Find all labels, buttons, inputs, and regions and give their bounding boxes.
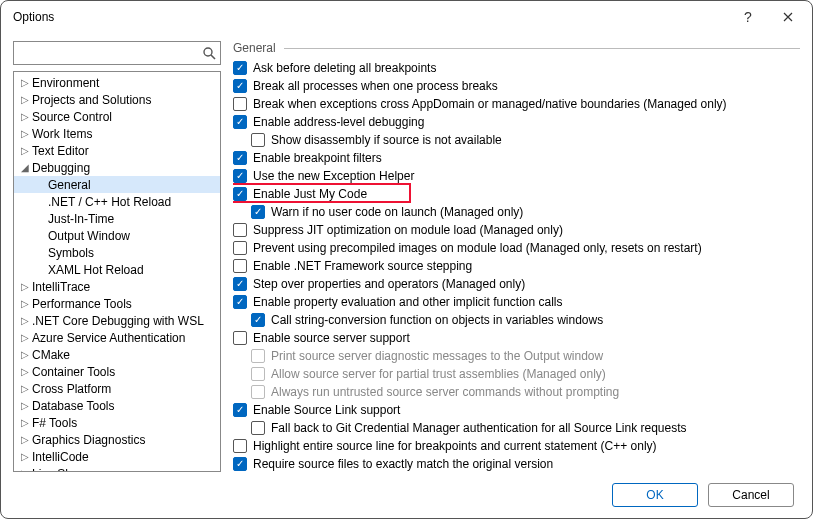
checkbox[interactable] bbox=[233, 331, 247, 345]
tree-item[interactable]: ▷CMake bbox=[14, 346, 220, 363]
tree-item-label: Symbols bbox=[48, 246, 94, 260]
checkbox[interactable] bbox=[251, 133, 265, 147]
setting-label: Enable .NET Framework source stepping bbox=[253, 259, 472, 273]
checkbox[interactable] bbox=[233, 79, 247, 93]
setting-row: Fall back to Git Credential Manager auth… bbox=[233, 419, 796, 437]
search-box[interactable] bbox=[13, 41, 221, 65]
tree-item-label: Just-In-Time bbox=[48, 212, 114, 226]
tree-item[interactable]: ▷Cross Platform bbox=[14, 380, 220, 397]
checkbox[interactable] bbox=[233, 457, 247, 471]
chevron-right-icon: ▷ bbox=[18, 349, 32, 360]
tree-item[interactable]: XAML Hot Reload bbox=[14, 261, 220, 278]
setting-row: Prevent using precompiled images on modu… bbox=[233, 239, 796, 257]
tree-item[interactable]: ▷Live Share bbox=[14, 465, 220, 472]
setting-label: Enable Just My Code bbox=[253, 187, 367, 201]
tree-item[interactable]: ▷Work Items bbox=[14, 125, 220, 142]
setting-label: Break when exceptions cross AppDomain or… bbox=[253, 97, 727, 111]
tree-item[interactable]: ▷Environment bbox=[14, 74, 220, 91]
checkbox[interactable] bbox=[233, 151, 247, 165]
setting-label: Warn if no user code on launch (Managed … bbox=[271, 205, 523, 219]
checkbox[interactable] bbox=[233, 97, 247, 111]
chevron-right-icon: ▷ bbox=[18, 366, 32, 377]
checkbox[interactable] bbox=[233, 295, 247, 309]
checkbox[interactable] bbox=[233, 169, 247, 183]
tree-item-label: IntelliTrace bbox=[32, 280, 90, 294]
checkbox[interactable] bbox=[233, 61, 247, 75]
help-button[interactable]: ? bbox=[728, 3, 768, 31]
checkbox[interactable] bbox=[233, 241, 247, 255]
chevron-right-icon: ▷ bbox=[18, 281, 32, 292]
setting-label: Step over properties and operators (Mana… bbox=[253, 277, 525, 291]
tree-item[interactable]: ▷Database Tools bbox=[14, 397, 220, 414]
setting-row: Enable Just My Code bbox=[233, 185, 796, 203]
checkbox[interactable] bbox=[233, 403, 247, 417]
checkbox bbox=[251, 385, 265, 399]
setting-label: Enable address-level debugging bbox=[253, 115, 424, 129]
chevron-right-icon: ▷ bbox=[18, 94, 32, 105]
tree-item[interactable]: Output Window bbox=[14, 227, 220, 244]
setting-row: Enable source server support bbox=[233, 329, 796, 347]
setting-label: Show disassembly if source is not availa… bbox=[271, 133, 502, 147]
setting-label: Enable breakpoint filters bbox=[253, 151, 382, 165]
tree-item-label: CMake bbox=[32, 348, 70, 362]
settings-list[interactable]: Ask before deleting all breakpointsBreak… bbox=[233, 59, 800, 472]
setting-row: Always run untrusted source server comma… bbox=[233, 383, 796, 401]
tree-item-label: Output Window bbox=[48, 229, 130, 243]
checkbox[interactable] bbox=[233, 277, 247, 291]
category-tree[interactable]: ▷Environment▷Projects and Solutions▷Sour… bbox=[13, 71, 221, 472]
tree-item[interactable]: ▷Projects and Solutions bbox=[14, 91, 220, 108]
tree-item[interactable]: ▷IntelliCode bbox=[14, 448, 220, 465]
tree-item[interactable]: Just-In-Time bbox=[14, 210, 220, 227]
tree-item[interactable]: ▷IntelliTrace bbox=[14, 278, 220, 295]
tree-item[interactable]: .NET / C++ Hot Reload bbox=[14, 193, 220, 210]
tree-item[interactable]: ▷F# Tools bbox=[14, 414, 220, 431]
setting-row: Require source files to exactly match th… bbox=[233, 455, 796, 472]
tree-item[interactable]: ▷Azure Service Authentication bbox=[14, 329, 220, 346]
cancel-button[interactable]: Cancel bbox=[708, 483, 794, 507]
setting-row: Enable Source Link support bbox=[233, 401, 796, 419]
tree-item[interactable]: Symbols bbox=[14, 244, 220, 261]
setting-label: Use the new Exception Helper bbox=[253, 169, 414, 183]
close-icon bbox=[783, 12, 793, 22]
setting-label: Highlight entire source line for breakpo… bbox=[253, 439, 657, 453]
checkbox[interactable] bbox=[251, 205, 265, 219]
chevron-right-icon: ▷ bbox=[18, 111, 32, 122]
tree-item[interactable]: ▷Performance Tools bbox=[14, 295, 220, 312]
tree-item-label: Text Editor bbox=[32, 144, 89, 158]
tree-item[interactable]: ▷Source Control bbox=[14, 108, 220, 125]
tree-item[interactable]: ▷Container Tools bbox=[14, 363, 220, 380]
dialog-footer: OK Cancel bbox=[1, 472, 812, 518]
checkbox[interactable] bbox=[251, 421, 265, 435]
setting-label: Always run untrusted source server comma… bbox=[271, 385, 619, 399]
setting-row: Allow source server for partial trust as… bbox=[233, 365, 796, 383]
checkbox[interactable] bbox=[251, 313, 265, 327]
setting-label: Suppress JIT optimization on module load… bbox=[253, 223, 563, 237]
tree-item-label: Container Tools bbox=[32, 365, 115, 379]
checkbox[interactable] bbox=[233, 439, 247, 453]
chevron-right-icon: ▷ bbox=[18, 77, 32, 88]
setting-row: Show disassembly if source is not availa… bbox=[233, 131, 796, 149]
tree-item[interactable]: General bbox=[14, 176, 220, 193]
chevron-right-icon: ▷ bbox=[18, 298, 32, 309]
ok-button[interactable]: OK bbox=[612, 483, 698, 507]
tree-item-label: XAML Hot Reload bbox=[48, 263, 144, 277]
setting-label: Allow source server for partial trust as… bbox=[271, 367, 606, 381]
search-input[interactable] bbox=[18, 45, 202, 61]
chevron-down-icon: ◢ bbox=[18, 162, 32, 173]
checkbox[interactable] bbox=[233, 223, 247, 237]
window-title: Options bbox=[13, 10, 728, 24]
checkbox[interactable] bbox=[233, 187, 247, 201]
titlebar: Options ? bbox=[1, 1, 812, 33]
setting-row: Enable property evaluation and other imp… bbox=[233, 293, 796, 311]
left-pane: ▷Environment▷Projects and Solutions▷Sour… bbox=[13, 41, 221, 472]
chevron-right-icon: ▷ bbox=[18, 400, 32, 411]
checkbox[interactable] bbox=[233, 259, 247, 273]
tree-item[interactable]: ▷Text Editor bbox=[14, 142, 220, 159]
tree-item[interactable]: ▷Graphics Diagnostics bbox=[14, 431, 220, 448]
close-button[interactable] bbox=[768, 3, 808, 31]
tree-item[interactable]: ▷.NET Core Debugging with WSL bbox=[14, 312, 220, 329]
checkbox[interactable] bbox=[233, 115, 247, 129]
tree-item[interactable]: ◢Debugging bbox=[14, 159, 220, 176]
setting-label: Enable Source Link support bbox=[253, 403, 400, 417]
setting-row: Enable .NET Framework source stepping bbox=[233, 257, 796, 275]
